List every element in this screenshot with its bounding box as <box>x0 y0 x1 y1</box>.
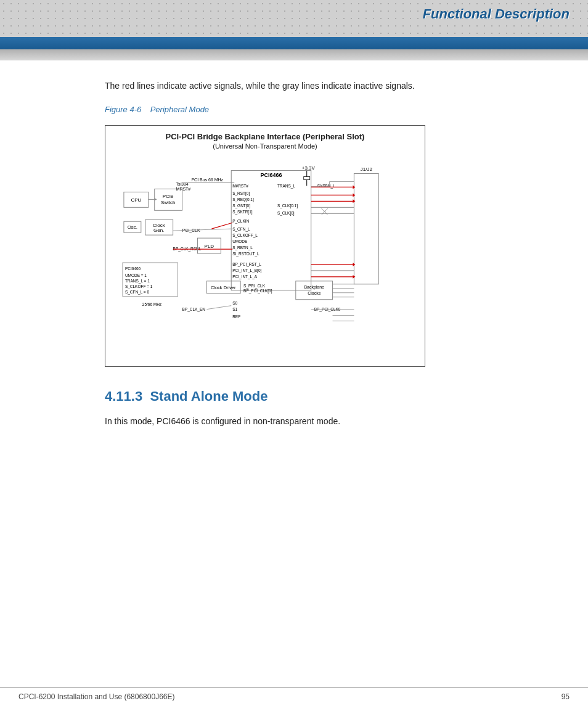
section-body: In this mode, PCI6466 is configured in n… <box>105 414 539 428</box>
svg-text:PCI6466: PCI6466 <box>261 172 282 178</box>
svg-text:+3.3V: +3.3V <box>302 165 316 171</box>
svg-text:PLD: PLD <box>205 244 214 249</box>
header-blue-bar: Functional Description <box>0 37 588 49</box>
svg-text:S_CLK[0]: S_CLK[0] <box>277 211 295 216</box>
svg-text:S_SKTR[1]: S_SKTR[1] <box>232 210 253 215</box>
svg-rect-2 <box>304 177 310 180</box>
svg-text:S_CFN_L = 0: S_CFN_L = 0 <box>125 290 150 295</box>
svg-text:Clock Driver: Clock Driver <box>211 285 236 290</box>
footer-left: CPCI-6200 Installation and Use (6806800J… <box>18 692 175 701</box>
svg-text:S_REQ[0:1]: S_REQ[0:1] <box>232 198 254 203</box>
svg-text:BP_PCI_RST_L: BP_PCI_RST_L <box>232 262 261 267</box>
section-heading: 4.11.3 Stand Alone Mode <box>105 388 539 404</box>
svg-text:TRANS_L = 1: TRANS_L = 1 <box>125 279 150 284</box>
intro-text: The red lines indicate active signals, w… <box>105 79 539 92</box>
svg-text:PCIe: PCIe <box>163 194 174 200</box>
svg-text:PCI Bus 66 MHz: PCI Bus 66 MHz <box>191 178 223 183</box>
svg-text:Osc.: Osc. <box>128 225 137 231</box>
svg-text:Switch: Switch <box>161 200 175 206</box>
svg-line-54 <box>211 223 232 229</box>
svg-text:P_CLKIN: P_CLKIN <box>232 220 249 224</box>
svg-text:S_CLKOFF = 1: S_CLKOFF = 1 <box>125 284 153 289</box>
svg-text:M#RST#: M#RST# <box>232 184 248 189</box>
peripheral-mode-diagram: +3.3V CPU PCIe Switch Tsi384 MRST# PCI B… <box>112 155 419 358</box>
footer: CPCI-6200 Installation and Use (6806800J… <box>0 687 588 706</box>
svg-text:J1/J2: J1/J2 <box>361 166 373 172</box>
svg-text:25/66 MHz: 25/66 MHz <box>142 302 161 306</box>
diagram-subtitle: (Universal Non-Transparent Mode) <box>112 142 419 150</box>
svg-text:CPU: CPU <box>131 198 141 203</box>
footer-right: 95 <box>561 692 570 701</box>
svg-rect-35 <box>354 174 378 284</box>
svg-text:S1: S1 <box>232 307 237 311</box>
svg-text:SI_RSTOUT_L: SI_RSTOUT_L <box>232 252 259 257</box>
svg-text:PCI_CLK: PCI_CLK <box>182 229 200 234</box>
header: Functional Description <box>0 0 588 49</box>
svg-text:REF: REF <box>232 314 240 319</box>
svg-text:Clocks: Clocks <box>308 291 321 295</box>
svg-text:TRANS_L: TRANS_L <box>277 184 296 189</box>
svg-text:S_GNT[0]: S_GNT[0] <box>232 204 250 209</box>
svg-marker-10 <box>155 199 157 201</box>
svg-text:UMODE = 1: UMODE = 1 <box>125 273 147 277</box>
svg-text:S_PRI_CLK: S_PRI_CLK <box>243 284 266 289</box>
svg-text:S_CFN_L: S_CFN_L <box>232 228 250 232</box>
svg-text:S_CLKOFF_L: S_CLKOFF_L <box>232 234 258 239</box>
diagram-container: PCI-PCI Bridge Backplane Interface (Peri… <box>105 125 425 367</box>
svg-text:PCI_INT_L_A: PCI_INT_L_A <box>232 274 258 279</box>
gray-accent <box>0 49 588 60</box>
svg-text:S_RBTN_L: S_RBTN_L <box>232 245 253 250</box>
diagram-title: PCI-PCI Bridge Backplane Interface (Peri… <box>112 132 419 141</box>
svg-text:PCI6466: PCI6466 <box>125 266 141 271</box>
svg-text:S_RST[0]: S_RST[0] <box>232 192 250 197</box>
svg-text:PCI_INT_L_B[0]: PCI_INT_L_B[0] <box>232 268 261 273</box>
svg-text:UMODE: UMODE <box>232 239 248 244</box>
svg-text:S_CLK[0:1]: S_CLK[0:1] <box>277 204 298 209</box>
svg-text:BP_PCI_CLK[0]: BP_PCI_CLK[0] <box>243 289 272 293</box>
svg-text:S0: S0 <box>232 301 237 305</box>
svg-text:BP_CLK_EN: BP_CLK_EN <box>182 307 206 312</box>
svg-line-86 <box>206 306 231 310</box>
page-title: Functional Description <box>423 6 570 22</box>
svg-text:MRST#: MRST# <box>176 187 191 192</box>
svg-text:Backplane: Backplane <box>304 285 324 290</box>
svg-text:Gen.: Gen. <box>153 228 164 234</box>
figure-caption: Figure 4-6 Peripheral Mode <box>105 105 539 114</box>
